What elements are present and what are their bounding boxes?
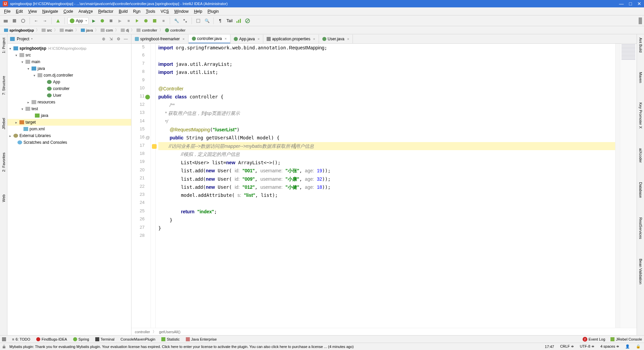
menu-navigate[interactable]: Navigate <box>40 8 61 14</box>
btab-spring[interactable]: Spring <box>73 337 89 341</box>
status-message[interactable]: Mybatis plugin: Thank you for evaluating… <box>9 345 540 349</box>
refresh-icon[interactable] <box>19 17 27 25</box>
status-encoding[interactable]: UTF-8 ≑ <box>579 344 596 349</box>
run-configuration-dropdown[interactable]: App <box>67 17 89 25</box>
error-stripe[interactable] <box>615 44 620 328</box>
crumb-java[interactable]: java <box>79 28 94 32</box>
tab-rest-services[interactable]: RestServices <box>638 216 643 240</box>
back-icon[interactable]: ← <box>33 17 40 25</box>
forward-icon[interactable]: → <box>41 17 49 25</box>
profile-icon[interactable]: ▶ <box>116 17 123 25</box>
menu-window[interactable]: Window <box>171 8 191 14</box>
crumb-dj[interactable]: dj <box>119 28 130 32</box>
menu-vcs[interactable]: VCS <box>158 8 172 14</box>
close-icon[interactable]: × <box>347 37 349 41</box>
fold-gutter[interactable] <box>151 44 156 328</box>
tab-database[interactable]: Database <box>638 181 643 199</box>
btab-maven-console[interactable]: ConsoleMavenPlugin <box>120 337 155 341</box>
menu-refactor[interactable]: Refactor <box>96 8 116 14</box>
btab-java-ee[interactable]: Java Enterprise <box>186 337 217 341</box>
tab-key-promoter[interactable]: Key Promoter X <box>638 101 643 130</box>
tree-test-java[interactable]: ▾java <box>7 112 131 119</box>
menu-edit[interactable]: Edit <box>13 8 25 14</box>
minimize-button[interactable]: — <box>619 1 624 6</box>
close-icon[interactable]: × <box>225 37 227 41</box>
tree-java[interactable]: ▾java <box>7 65 131 72</box>
menu-build[interactable]: Build <box>116 8 130 14</box>
tree-scratches[interactable]: ▾Scratches and Consoles <box>7 139 131 146</box>
lock-icon[interactable] <box>2 345 6 349</box>
btab-statistic[interactable]: Statistic <box>161 337 180 341</box>
tab-ant-build[interactable]: Ant Build <box>638 36 643 54</box>
menu-code[interactable]: Code <box>61 8 76 14</box>
crumb-main[interactable]: main <box>58 28 74 32</box>
code-editor[interactable]: import org.springframework.web.bind.anno… <box>156 44 615 328</box>
btab-jrebel-console[interactable]: JRebel Console <box>610 337 642 342</box>
spring-bean-icon[interactable] <box>145 95 150 99</box>
stats-icon[interactable] <box>235 17 243 25</box>
close-icon[interactable]: × <box>182 37 184 41</box>
collapse-all-icon[interactable]: ⇲ <box>108 36 114 42</box>
tab-maven[interactable]: Maven <box>638 71 643 84</box>
tab-project[interactable]: 1: Project <box>1 36 6 54</box>
toolbar-overflow[interactable] <box>639 17 642 24</box>
tab-aixcoder[interactable]: aiXcoder <box>638 147 643 164</box>
hide-panel-icon[interactable]: — <box>123 36 128 42</box>
jrebel-debug-icon[interactable] <box>142 17 150 25</box>
status-line-separator[interactable]: CRLF ≑ <box>559 344 575 349</box>
minimap[interactable] <box>620 44 637 328</box>
paragraph-icon[interactable]: ¶ <box>216 17 224 25</box>
tree-test[interactable]: ▾test <box>7 105 131 112</box>
tab-app-java[interactable]: App.java× <box>230 35 263 43</box>
tab-structure[interactable]: 7: Structure <box>1 75 6 96</box>
intention-bulb-icon[interactable] <box>152 144 157 149</box>
tab-user-java[interactable]: User.java× <box>319 35 353 43</box>
build-icon[interactable] <box>54 17 62 25</box>
menu-view[interactable]: View <box>25 8 40 14</box>
project-panel-title[interactable]: Project <box>17 37 29 41</box>
breadcrumb-method[interactable]: getUsersAll() <box>159 330 180 334</box>
stop2-icon[interactable]: ■ <box>160 17 167 25</box>
tree-class-controller[interactable]: ▾controller <box>7 85 131 92</box>
tab-jrebel[interactable]: JRebel <box>1 117 6 131</box>
close-icon[interactable]: × <box>313 37 315 41</box>
jrebel-run-icon[interactable] <box>133 17 141 25</box>
tree-src[interactable]: ▾src <box>7 52 131 58</box>
status-indent[interactable]: 4 spaces ≑ <box>599 344 621 349</box>
scroll-from-source-icon[interactable]: ⊕ <box>101 36 106 42</box>
menu-file[interactable]: File <box>1 8 13 14</box>
tree-class-app[interactable]: ▾App <box>7 79 131 85</box>
structure-icon[interactable] <box>181 17 189 25</box>
crumb-src[interactable]: src <box>40 28 53 32</box>
search-icon[interactable]: 🔍 <box>203 17 211 25</box>
crumb-controller-class[interactable]: controller <box>164 28 187 32</box>
status-inspection-icon[interactable]: 👤 <box>624 344 631 349</box>
btab-findbugs[interactable]: FindBugs-IDEA <box>36 337 67 341</box>
tree-main[interactable]: ▾main <box>7 58 131 65</box>
line-number-gutter[interactable]: 5 6 7 8 9 10 11 12 13 14 15 16@ 17 18 19… <box>131 44 151 328</box>
tree-root[interactable]: ▾springbootjspH:\CSDN\springbootjsp <box>7 45 131 52</box>
close-icon[interactable]: × <box>258 37 260 41</box>
crumb-project[interactable]: springbootjsp <box>3 28 35 32</box>
tab-favorites[interactable]: 2: Favorites <box>1 151 6 173</box>
tree-class-user[interactable]: ▾User <box>7 92 131 99</box>
debug-icon[interactable] <box>99 17 106 25</box>
save-icon[interactable] <box>11 17 18 25</box>
tab-web[interactable]: Web <box>1 193 6 203</box>
tab-application-properties[interactable]: application.properties× <box>263 35 319 43</box>
menu-analyze[interactable]: Analyze <box>76 8 96 14</box>
tail-label[interactable]: Tail <box>225 18 234 23</box>
tab-bean-validation[interactable]: Bean Validation <box>638 257 643 286</box>
maximize-button[interactable]: □ <box>629 1 632 6</box>
status-padlock-icon[interactable]: 🔒 <box>635 344 642 349</box>
menu-tools[interactable]: Tools <box>143 8 158 14</box>
btab-terminal[interactable]: Terminal <box>95 337 115 341</box>
restart-icon[interactable] <box>195 17 202 25</box>
request-mapping-icon[interactable]: @ <box>146 135 150 140</box>
tree-resources[interactable]: ▸resources <box>7 99 131 105</box>
crumb-com[interactable]: com <box>99 28 114 32</box>
editor-body[interactable]: 5 6 7 8 9 10 11 12 13 14 15 16@ 17 18 19… <box>131 44 637 328</box>
tree-pom[interactable]: ▾pom.xml <box>7 126 131 132</box>
settings-icon[interactable]: ⚙ <box>116 36 121 42</box>
menu-help[interactable]: Help <box>191 8 205 14</box>
